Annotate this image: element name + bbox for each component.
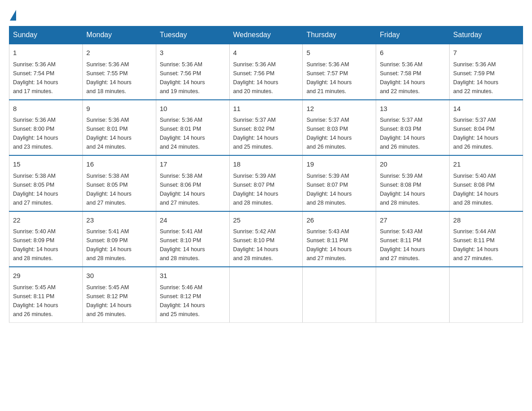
calendar-cell: 24 Sunrise: 5:41 AMSunset: 8:10 PMDaylig… <box>156 211 229 267</box>
page-header <box>9 9 523 21</box>
column-header-tuesday: Tuesday <box>156 26 229 44</box>
calendar-cell <box>450 267 523 322</box>
calendar-cell: 3 Sunrise: 5:36 AMSunset: 7:56 PMDayligh… <box>156 44 229 100</box>
calendar-cell: 8 Sunrise: 5:36 AMSunset: 8:00 PMDayligh… <box>9 100 83 156</box>
calendar-cell: 14 Sunrise: 5:37 AMSunset: 8:04 PMDaylig… <box>450 100 523 156</box>
calendar-cell: 17 Sunrise: 5:38 AMSunset: 8:06 PMDaylig… <box>156 155 229 211</box>
day-info: Sunrise: 5:39 AMSunset: 8:07 PMDaylight:… <box>306 173 352 206</box>
day-info: Sunrise: 5:40 AMSunset: 8:08 PMDaylight:… <box>453 173 498 206</box>
calendar-cell: 27 Sunrise: 5:43 AMSunset: 8:11 PMDaylig… <box>376 211 450 267</box>
day-info: Sunrise: 5:36 AMSunset: 7:57 PMDaylight:… <box>306 61 352 94</box>
day-info: Sunrise: 5:40 AMSunset: 8:09 PMDaylight:… <box>13 228 58 261</box>
day-info: Sunrise: 5:36 AMSunset: 7:54 PMDaylight:… <box>13 61 58 94</box>
day-number: 29 <box>13 271 79 281</box>
day-number: 17 <box>160 159 226 170</box>
day-number: 12 <box>306 104 372 114</box>
day-info: Sunrise: 5:45 AMSunset: 8:11 PMDaylight:… <box>13 284 58 317</box>
calendar-week-row: 1 Sunrise: 5:36 AMSunset: 7:54 PMDayligh… <box>9 44 523 100</box>
day-number: 15 <box>13 159 79 170</box>
calendar-cell: 20 Sunrise: 5:39 AMSunset: 8:08 PMDaylig… <box>376 155 450 211</box>
calendar-cell: 11 Sunrise: 5:37 AMSunset: 8:02 PMDaylig… <box>229 100 303 156</box>
day-number: 6 <box>380 48 446 58</box>
day-number: 28 <box>453 215 519 226</box>
day-info: Sunrise: 5:38 AMSunset: 8:06 PMDaylight:… <box>160 173 205 206</box>
column-header-friday: Friday <box>376 26 450 44</box>
day-number: 13 <box>380 104 446 114</box>
day-info: Sunrise: 5:45 AMSunset: 8:12 PMDaylight:… <box>86 284 132 317</box>
calendar-cell: 16 Sunrise: 5:38 AMSunset: 8:05 PMDaylig… <box>82 155 156 211</box>
day-info: Sunrise: 5:36 AMSunset: 7:56 PMDaylight:… <box>160 61 205 94</box>
day-number: 25 <box>233 215 299 226</box>
day-info: Sunrise: 5:38 AMSunset: 8:05 PMDaylight:… <box>13 173 58 206</box>
calendar-cell: 30 Sunrise: 5:45 AMSunset: 8:12 PMDaylig… <box>82 267 156 322</box>
day-number: 2 <box>86 48 152 58</box>
day-info: Sunrise: 5:44 AMSunset: 8:11 PMDaylight:… <box>453 228 498 261</box>
day-info: Sunrise: 5:36 AMSunset: 7:56 PMDaylight:… <box>233 61 279 94</box>
day-info: Sunrise: 5:36 AMSunset: 7:59 PMDaylight:… <box>453 61 498 94</box>
column-header-wednesday: Wednesday <box>229 26 303 44</box>
calendar-cell: 9 Sunrise: 5:36 AMSunset: 8:01 PMDayligh… <box>82 100 156 156</box>
calendar-cell: 29 Sunrise: 5:45 AMSunset: 8:11 PMDaylig… <box>9 267 83 322</box>
day-number: 3 <box>160 48 226 58</box>
calendar-table: SundayMondayTuesdayWednesdayThursdayFrid… <box>9 26 523 323</box>
day-number: 23 <box>86 215 152 226</box>
day-number: 24 <box>160 215 226 226</box>
logo-triangle-icon <box>10 10 16 21</box>
day-number: 19 <box>306 159 372 170</box>
calendar-cell: 25 Sunrise: 5:42 AMSunset: 8:10 PMDaylig… <box>229 211 303 267</box>
day-info: Sunrise: 5:36 AMSunset: 7:58 PMDaylight:… <box>380 61 425 94</box>
day-number: 26 <box>306 215 372 226</box>
calendar-cell: 26 Sunrise: 5:43 AMSunset: 8:11 PMDaylig… <box>303 211 376 267</box>
calendar-cell: 7 Sunrise: 5:36 AMSunset: 7:59 PMDayligh… <box>450 44 523 100</box>
column-header-saturday: Saturday <box>450 26 523 44</box>
day-info: Sunrise: 5:36 AMSunset: 8:01 PMDaylight:… <box>160 117 205 150</box>
calendar-week-row: 8 Sunrise: 5:36 AMSunset: 8:00 PMDayligh… <box>9 100 523 156</box>
day-number: 20 <box>380 159 446 170</box>
day-info: Sunrise: 5:41 AMSunset: 8:10 PMDaylight:… <box>160 228 205 261</box>
calendar-cell: 15 Sunrise: 5:38 AMSunset: 8:05 PMDaylig… <box>9 155 83 211</box>
calendar-week-row: 22 Sunrise: 5:40 AMSunset: 8:09 PMDaylig… <box>9 211 523 267</box>
day-info: Sunrise: 5:43 AMSunset: 8:11 PMDaylight:… <box>380 228 425 261</box>
day-info: Sunrise: 5:39 AMSunset: 8:07 PMDaylight:… <box>233 173 279 206</box>
day-info: Sunrise: 5:36 AMSunset: 7:55 PMDaylight:… <box>86 61 132 94</box>
calendar-cell: 19 Sunrise: 5:39 AMSunset: 8:07 PMDaylig… <box>303 155 376 211</box>
calendar-cell: 10 Sunrise: 5:36 AMSunset: 8:01 PMDaylig… <box>156 100 229 156</box>
day-info: Sunrise: 5:46 AMSunset: 8:12 PMDaylight:… <box>160 284 205 317</box>
column-header-monday: Monday <box>82 26 156 44</box>
day-number: 27 <box>380 215 446 226</box>
day-number: 11 <box>233 104 299 114</box>
day-number: 9 <box>86 104 152 114</box>
calendar-cell: 22 Sunrise: 5:40 AMSunset: 8:09 PMDaylig… <box>9 211 83 267</box>
calendar-cell: 12 Sunrise: 5:37 AMSunset: 8:03 PMDaylig… <box>303 100 376 156</box>
day-number: 10 <box>160 104 226 114</box>
day-number: 7 <box>453 48 519 58</box>
calendar-cell <box>229 267 303 322</box>
calendar-cell: 28 Sunrise: 5:44 AMSunset: 8:11 PMDaylig… <box>450 211 523 267</box>
day-info: Sunrise: 5:41 AMSunset: 8:09 PMDaylight:… <box>86 228 132 261</box>
day-number: 30 <box>86 271 152 281</box>
day-info: Sunrise: 5:37 AMSunset: 8:03 PMDaylight:… <box>380 117 425 150</box>
day-number: 5 <box>306 48 372 58</box>
calendar-cell <box>303 267 376 322</box>
day-number: 1 <box>13 48 79 58</box>
calendar-cell: 5 Sunrise: 5:36 AMSunset: 7:57 PMDayligh… <box>303 44 376 100</box>
column-header-thursday: Thursday <box>303 26 376 44</box>
calendar-cell <box>376 267 450 322</box>
day-info: Sunrise: 5:37 AMSunset: 8:04 PMDaylight:… <box>453 117 498 150</box>
logo <box>9 9 17 21</box>
calendar-week-row: 29 Sunrise: 5:45 AMSunset: 8:11 PMDaylig… <box>9 267 523 322</box>
calendar-header-row: SundayMondayTuesdayWednesdayThursdayFrid… <box>9 26 523 44</box>
calendar-cell: 21 Sunrise: 5:40 AMSunset: 8:08 PMDaylig… <box>450 155 523 211</box>
calendar-cell: 13 Sunrise: 5:37 AMSunset: 8:03 PMDaylig… <box>376 100 450 156</box>
day-number: 31 <box>160 271 226 281</box>
day-number: 18 <box>233 159 299 170</box>
calendar-cell: 1 Sunrise: 5:36 AMSunset: 7:54 PMDayligh… <box>9 44 83 100</box>
day-info: Sunrise: 5:43 AMSunset: 8:11 PMDaylight:… <box>306 228 352 261</box>
day-number: 4 <box>233 48 299 58</box>
day-number: 16 <box>86 159 152 170</box>
day-number: 8 <box>13 104 79 114</box>
day-info: Sunrise: 5:36 AMSunset: 8:01 PMDaylight:… <box>86 117 132 150</box>
calendar-week-row: 15 Sunrise: 5:38 AMSunset: 8:05 PMDaylig… <box>9 155 523 211</box>
day-info: Sunrise: 5:39 AMSunset: 8:08 PMDaylight:… <box>380 173 425 206</box>
calendar-cell: 6 Sunrise: 5:36 AMSunset: 7:58 PMDayligh… <box>376 44 450 100</box>
